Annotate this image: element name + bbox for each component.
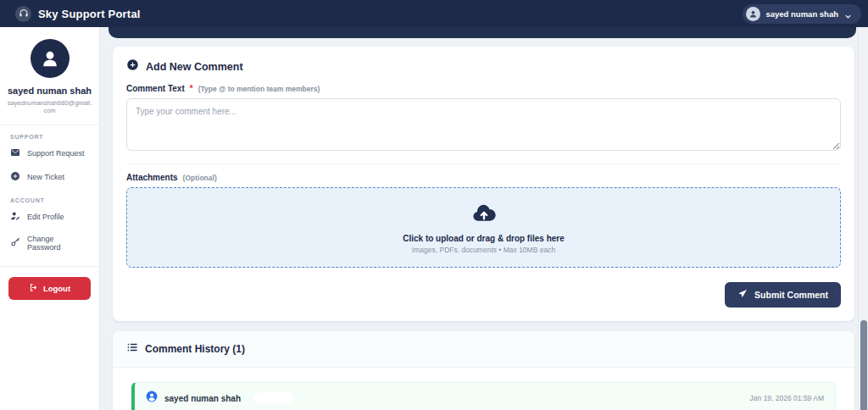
sidebar-profile: sayed numan shah sayednumanshah680@gmail… xyxy=(0,27,99,125)
top-navbar: Sky Support Portal sayed numan shah xyxy=(0,0,868,27)
main-content: Add New Comment Comment Text * (Type @ t… xyxy=(100,27,858,410)
paper-plane-icon xyxy=(737,289,748,301)
sidebar: sayed numan shah sayednumanshah680@gmail… xyxy=(0,27,100,410)
sidebar-item-edit-profile[interactable]: Edit Profile xyxy=(0,205,99,229)
logout-label: Logout xyxy=(43,284,70,293)
sidebar-item-label: Support Request xyxy=(27,149,85,158)
key-icon xyxy=(10,237,20,249)
file-dropzone[interactable]: Click to upload or drag & drop files her… xyxy=(126,187,841,268)
comment-text-label: Comment Text xyxy=(126,84,185,93)
comment-history-card: Comment History (1) sayed numan shah Ja xyxy=(113,331,854,410)
submit-comment-label: Submit Comment xyxy=(754,290,828,300)
profile-avatar xyxy=(31,39,70,78)
user-edit-icon xyxy=(10,211,20,223)
form-actions: Submit Comment xyxy=(126,282,841,308)
attachments-hint: (Optional) xyxy=(183,174,217,182)
plus-circle-icon xyxy=(126,58,139,75)
headset-icon xyxy=(15,6,31,22)
user-menu-name: sayed numan shah xyxy=(765,9,838,19)
commenter-badge xyxy=(254,393,293,403)
page-scrollbar[interactable] xyxy=(858,27,868,410)
comment-history-header: Comment History (1) xyxy=(113,331,854,368)
add-comment-title: Add New Comment xyxy=(146,61,243,73)
sidebar-item-change-password[interactable]: Change Password xyxy=(0,229,99,258)
comment-hint: (Type @ to mention team members) xyxy=(198,85,320,93)
list-icon xyxy=(126,341,138,357)
attachments-label-row: Attachments (Optional) xyxy=(126,173,841,182)
comment-history-body: sayed numan shah Jan 19, 2026 01:59 AM T… xyxy=(113,368,854,410)
add-comment-card: Add New Comment Comment Text * (Type @ t… xyxy=(113,47,854,321)
scrollbar-thumb[interactable] xyxy=(860,320,867,410)
attachments-label: Attachments xyxy=(126,173,178,182)
form-divider xyxy=(126,163,841,164)
dropzone-subtitle: Images, PDFs, documents • Max 10MB each xyxy=(412,246,555,254)
user-avatar-icon xyxy=(746,7,760,21)
brand: Sky Support Portal xyxy=(15,6,141,22)
plus-circle-icon xyxy=(10,171,20,183)
submit-comment-button[interactable]: Submit Comment xyxy=(725,282,841,308)
add-comment-header: Add New Comment xyxy=(126,58,841,75)
dropzone-title: Click to upload or drag & drop files her… xyxy=(403,234,565,243)
user-circle-icon xyxy=(146,391,158,406)
comment-history-title: Comment History (1) xyxy=(145,343,245,355)
required-marker: * xyxy=(190,84,193,93)
comment-textarea[interactable] xyxy=(126,98,841,151)
sidebar-item-new-ticket[interactable]: New Ticket xyxy=(0,165,99,189)
comment-item: sayed numan shah Jan 19, 2026 01:59 AM T… xyxy=(131,382,836,410)
sidebar-section-account: ACCOUNT xyxy=(0,189,99,205)
ticket-header-strip xyxy=(108,27,856,38)
sidebar-item-label: New Ticket xyxy=(27,173,64,181)
comment-timestamp: Jan 19, 2026 01:59 AM xyxy=(750,394,824,402)
sidebar-item-label: Change Password xyxy=(27,235,89,252)
profile-name: sayed numan shah xyxy=(7,86,92,96)
sidebar-item-support-request[interactable]: Support Request xyxy=(0,141,99,165)
cloud-upload-icon xyxy=(471,201,497,230)
comment-label-row: Comment Text * (Type @ to mention team m… xyxy=(126,84,841,93)
profile-email: sayednumanshah680@gmail.com xyxy=(7,99,92,114)
sidebar-section-support: SUPPORT xyxy=(0,125,99,141)
comment-author: sayed numan shah xyxy=(164,394,241,403)
sidebar-footer: Logout xyxy=(0,266,99,310)
app-title: Sky Support Portal xyxy=(38,8,141,20)
user-menu-dropdown[interactable]: sayed numan shah xyxy=(743,4,861,24)
comment-item-header: sayed numan shah Jan 19, 2026 01:59 AM xyxy=(135,383,835,410)
logout-button[interactable]: Logout xyxy=(8,277,91,300)
sidebar-item-label: Edit Profile xyxy=(27,213,64,221)
logout-icon xyxy=(29,283,38,294)
chevron-down-icon xyxy=(843,9,853,19)
envelope-icon xyxy=(10,147,20,159)
